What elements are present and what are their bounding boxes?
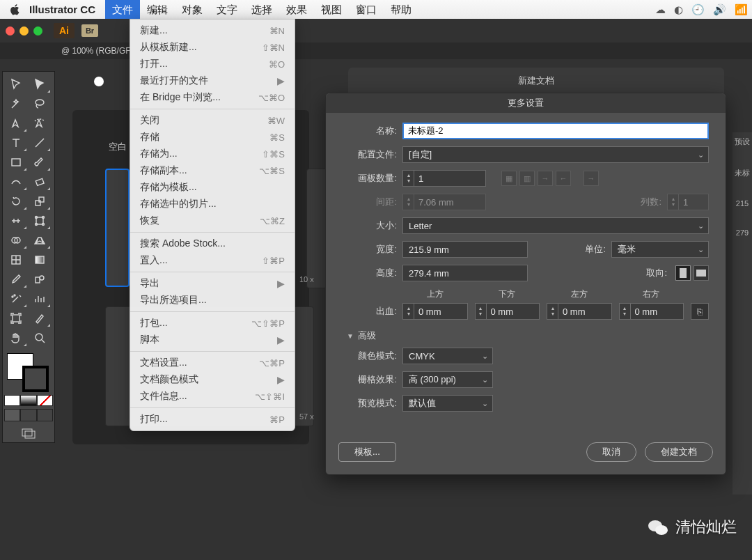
- lasso-tool[interactable]: [28, 94, 52, 114]
- size-select[interactable]: Letter⌄: [402, 217, 709, 234]
- file-menu-item[interactable]: 置入...⇧⌘P: [130, 252, 295, 269]
- file-menu-item[interactable]: 文件信息...⌥⇧⌘I: [130, 388, 295, 405]
- orientation-portrait-button[interactable]: [675, 265, 691, 281]
- link-bleed-icon[interactable]: ⎘: [691, 303, 709, 320]
- file-menu-item[interactable]: 关闭⌘W: [130, 112, 295, 129]
- advanced-section-toggle[interactable]: ▼ 高级: [347, 329, 709, 342]
- menu-select[interactable]: 选择: [244, 0, 279, 19]
- shaper-tool[interactable]: [4, 172, 28, 192]
- volume-icon[interactable]: 🔊: [709, 3, 730, 16]
- file-menu-item[interactable]: 导出所选项目...: [130, 292, 295, 309]
- color-mode-select[interactable]: CMYK⌄: [402, 348, 493, 364]
- file-menu-item[interactable]: 打开...⌘O: [130, 56, 295, 72]
- menu-type[interactable]: 文字: [210, 0, 244, 19]
- scale-tool[interactable]: [28, 192, 52, 211]
- menu-help[interactable]: 帮助: [384, 0, 418, 19]
- file-menu-item[interactable]: 打印...⌘P: [130, 411, 295, 428]
- wechat-status-icon[interactable]: ☁: [651, 3, 670, 16]
- stepper-arrows-icon[interactable]: ▴▾: [620, 304, 631, 319]
- width-input[interactable]: 215.9 mm: [402, 241, 528, 258]
- profile-select[interactable]: [自定]⌄: [402, 146, 709, 163]
- file-menu-item[interactable]: 文档设置...⌥⌘P: [130, 355, 295, 371]
- templates-button[interactable]: 模板...: [338, 442, 396, 462]
- magic-wand-tool[interactable]: [4, 94, 28, 114]
- symbol-sprayer-tool[interactable]: [4, 289, 28, 309]
- line-segment-tool[interactable]: [28, 133, 52, 153]
- type-tool[interactable]: [4, 133, 28, 153]
- stepper-arrows-icon[interactable]: ▴▾: [403, 171, 414, 186]
- fill-stroke-swatch[interactable]: [4, 352, 53, 392]
- window-maximize-button[interactable]: [33, 26, 42, 36]
- column-graph-tool[interactable]: [28, 289, 52, 309]
- file-menu-item[interactable]: 导出▶: [130, 275, 295, 292]
- artboards-stepper[interactable]: ▴▾1: [402, 170, 486, 187]
- file-menu-item[interactable]: 存储副本...⌥⌘S: [130, 162, 295, 179]
- draw-mode-toggles[interactable]: [4, 409, 53, 421]
- zoom-tool[interactable]: [28, 328, 52, 348]
- bleed-left-input[interactable]: ▴▾0 mm: [547, 303, 612, 320]
- file-menu-item[interactable]: 新建...⌘N: [130, 22, 295, 39]
- name-input[interactable]: [402, 123, 709, 139]
- stepper-arrows-icon[interactable]: ▴▾: [547, 304, 558, 319]
- screen-mode-tool[interactable]: [4, 427, 53, 440]
- menu-view[interactable]: 视图: [314, 0, 349, 19]
- menu-edit[interactable]: 编辑: [140, 0, 175, 19]
- color-mode-none[interactable]: [37, 395, 53, 406]
- eyedropper-tool[interactable]: [4, 270, 28, 289]
- rotate-tool[interactable]: [4, 192, 28, 211]
- pen-tool[interactable]: [4, 114, 28, 133]
- blend-tool[interactable]: [28, 270, 52, 289]
- stroke-color-swatch[interactable]: [22, 366, 49, 392]
- stepper-arrows-icon[interactable]: ▴▾: [403, 304, 414, 319]
- creative-cloud-icon[interactable]: ◐: [670, 3, 687, 16]
- file-menu-item[interactable]: 在 Bridge 中浏览...⌥⌘O: [130, 89, 295, 106]
- units-select[interactable]: 毫米⌄: [611, 241, 709, 258]
- bleed-bottom-input[interactable]: ▴▾0 mm: [475, 303, 540, 320]
- orientation-landscape-button[interactable]: [694, 265, 709, 281]
- menu-window[interactable]: 窗口: [349, 0, 384, 19]
- window-minimize-button[interactable]: [19, 26, 29, 36]
- template-card-selected[interactable]: [105, 169, 130, 287]
- file-menu-item[interactable]: 恢复⌥⌘Z: [130, 212, 295, 229]
- slice-tool[interactable]: [28, 309, 52, 328]
- eraser-tool[interactable]: [28, 172, 52, 192]
- create-document-button[interactable]: 创建文档: [645, 442, 713, 462]
- file-menu-item[interactable]: 文档颜色模式▶: [130, 371, 295, 388]
- file-menu-item[interactable]: 从模板新建...⇧⌘N: [130, 39, 295, 56]
- file-menu-item[interactable]: 存储为模板...: [130, 179, 295, 196]
- document-tab[interactable]: @ 100% (RGB/GF: [0, 42, 752, 59]
- curvature-tool[interactable]: [28, 114, 52, 133]
- rectangle-tool[interactable]: [4, 153, 28, 172]
- raster-effects-select[interactable]: 高 (300 ppi)⌄: [402, 371, 493, 388]
- selection-tool[interactable]: [4, 75, 28, 94]
- file-menu-item[interactable]: 最近打开的文件▶: [130, 72, 295, 89]
- paintbrush-tool[interactable]: [28, 153, 52, 172]
- file-menu-item[interactable]: 打包...⌥⇧⌘P: [130, 315, 295, 332]
- file-menu-item[interactable]: 搜索 Adobe Stock...: [130, 235, 295, 252]
- wifi-icon[interactable]: 📶: [730, 3, 752, 16]
- width-tool[interactable]: [4, 211, 28, 231]
- hand-tool[interactable]: [4, 328, 28, 348]
- artboard-tool[interactable]: [4, 309, 28, 328]
- shape-builder-tool[interactable]: [4, 231, 28, 250]
- color-mode-toggles[interactable]: [4, 395, 53, 406]
- template-card[interactable]: [306, 169, 327, 288]
- menu-object[interactable]: 对象: [175, 0, 210, 19]
- height-input[interactable]: 279.4 mm: [402, 265, 528, 281]
- color-mode-gradient[interactable]: [20, 395, 36, 406]
- gradient-tool[interactable]: [28, 250, 52, 270]
- bleed-top-input[interactable]: ▴▾0 mm: [402, 303, 468, 320]
- file-menu-item[interactable]: 存储⌘S: [130, 129, 295, 146]
- file-menu-item[interactable]: 存储为...⇧⌘S: [130, 146, 295, 162]
- file-menu-item[interactable]: 存储选中的切片...: [130, 196, 295, 212]
- menu-effect[interactable]: 效果: [279, 0, 314, 19]
- free-transform-tool[interactable]: [28, 211, 52, 231]
- file-menu-item[interactable]: 脚本▶: [130, 332, 295, 348]
- cancel-button[interactable]: 取消: [586, 442, 636, 462]
- preview-mode-select[interactable]: 默认值⌄: [402, 395, 493, 412]
- clock-icon[interactable]: 🕘: [687, 3, 709, 16]
- color-mode-solid[interactable]: [4, 395, 20, 406]
- bleed-right-input[interactable]: ▴▾0 mm: [619, 303, 684, 320]
- stepper-arrows-icon[interactable]: ▴▾: [476, 304, 487, 319]
- mesh-tool[interactable]: [4, 250, 28, 270]
